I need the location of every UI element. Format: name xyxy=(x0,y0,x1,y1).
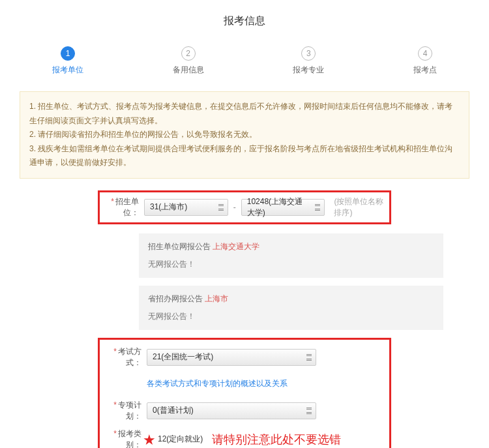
star-icon: ★ xyxy=(143,433,156,447)
step-unit: 1 报考单位 xyxy=(52,46,83,76)
step-backup: 2 备用信息 xyxy=(173,46,204,76)
step-major: 3 报考专业 xyxy=(293,46,324,76)
step-number: 4 xyxy=(418,46,432,61)
plan-label: *专项计划： xyxy=(108,400,147,422)
info-box: 1. 招生单位、考试方式、报考点等为报考关键信息，在提交信息后不允许修改，网报时… xyxy=(20,91,469,179)
highlight-exam-block: *考试方式： 21(全国统一考试) 各类考试方式和专项计划的概述以及关系 *专项… xyxy=(98,338,391,448)
info-line: 2. 请仔细阅读省招办和招生单位的网报公告，以免导致报名无效。 xyxy=(29,128,460,142)
exam-method-select[interactable]: 21(全国统一考试) xyxy=(147,349,316,366)
special-plan-select[interactable]: 0(普通计划) xyxy=(147,402,316,419)
province-notice-title: 省招办网报公告 上海市 xyxy=(148,293,434,305)
province-notice-body: 无网报公告！ xyxy=(148,311,434,322)
step-label: 报考单位 xyxy=(52,65,83,76)
info-line: 1. 招生单位、考试方式、报考点等为报考关键信息，在提交信息后不允许修改，网报时… xyxy=(29,100,460,128)
unit-province-select[interactable]: 31(上海市) xyxy=(144,199,228,216)
step-label: 报考专业 xyxy=(293,65,324,76)
unit-notice-box: 招生单位网报公告 上海交通大学 无网报公告！ xyxy=(139,233,443,278)
step-number: 2 xyxy=(181,46,196,61)
category-label: *报考类别： xyxy=(108,428,147,448)
exam-help-link[interactable]: 各类考试方式和专项计划的概述以及关系 xyxy=(147,378,288,389)
step-number: 1 xyxy=(61,46,75,61)
page-title: 报考信息 xyxy=(0,0,489,42)
step-label: 备用信息 xyxy=(173,65,204,76)
highlight-unit: *招生单位： 31(上海市) - 10248(上海交通大学) (按照单位名称排序… xyxy=(98,190,391,224)
unit-hint: (按照单位名称排序) xyxy=(334,196,385,218)
unit-notice-body: 无网报公告！ xyxy=(148,259,434,270)
separator: - xyxy=(232,203,237,212)
step-site: 4 报考点 xyxy=(413,46,437,76)
exam-label: *考试方式： xyxy=(108,346,147,368)
category-callout: 请特别注意此处不要选错 xyxy=(212,432,341,447)
step-label: 报考点 xyxy=(413,65,437,76)
unit-notice-title: 招生单位网报公告 上海交通大学 xyxy=(148,241,434,252)
category-value: 12(定向就业) xyxy=(158,434,203,445)
stepper: 1 报考单位 2 备用信息 3 报考专业 4 报考点 xyxy=(0,42,489,91)
province-notice-box: 省招办网报公告 上海市 无网报公告！ xyxy=(139,286,443,330)
form-area: *招生单位： 31(上海市) - 10248(上海交通大学) (按照单位名称排序… xyxy=(0,190,489,448)
unit-label: *招生单位： xyxy=(105,196,144,218)
step-number: 3 xyxy=(301,46,316,61)
unit-school-select[interactable]: 10248(上海交通大学) xyxy=(241,199,325,216)
info-line: 3. 残疾考生如需组考单位在考试期间提供合理考试便利服务的，应于报名阶段与考点所… xyxy=(29,142,460,170)
